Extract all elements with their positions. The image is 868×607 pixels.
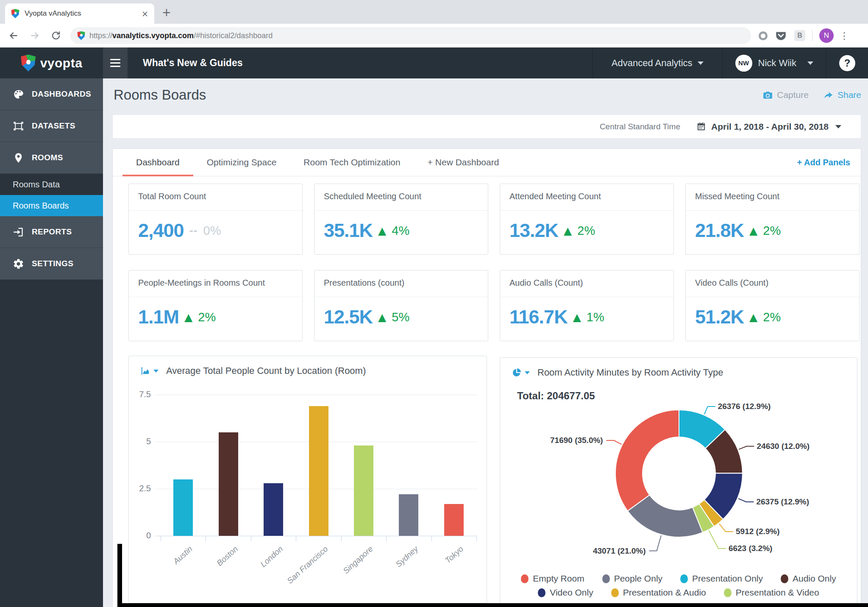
legend-label: Video Only — [550, 588, 593, 598]
x-category-label: Sydney — [394, 544, 420, 569]
bar-london[interactable] — [264, 483, 283, 536]
tab-dashboard[interactable]: Dashboard — [122, 149, 193, 176]
kpi-value-row: 51.2K▲2% — [695, 306, 781, 328]
hamburger-menu-icon[interactable] — [103, 47, 128, 78]
sidebar-item-rooms[interactable]: ROOMS — [0, 142, 103, 174]
y-tick-label: 5 — [129, 437, 151, 446]
sidebar-item-rooms-data[interactable]: Rooms Data — [0, 174, 103, 195]
refresh-icon[interactable] — [48, 28, 64, 43]
up-triangle-icon: ▲ — [564, 225, 572, 237]
browser-profile-avatar[interactable]: N — [819, 28, 834, 43]
bar-sydney[interactable] — [399, 494, 418, 536]
legend-item-people-only[interactable]: People Only — [602, 574, 662, 584]
x-axis-tick — [296, 536, 296, 541]
gridline-0 — [155, 536, 477, 536]
donut-chart-card[interactable]: Room Activity Minutes by Room Activity T… — [500, 357, 857, 606]
vyopta-logo[interactable]: vyopta — [0, 47, 103, 78]
legend-dot-icon — [724, 588, 732, 597]
donut-slice-empty-room[interactable] — [615, 410, 679, 511]
capture-button[interactable]: Capture — [762, 90, 809, 100]
sidebar-item-reports[interactable]: REPORTS — [0, 216, 103, 248]
x-axis-tick — [341, 536, 342, 541]
kpi-title: Presentations (count) — [314, 270, 488, 288]
up-triangle-icon: ▲ — [184, 311, 192, 323]
nav-title[interactable]: What's New & Guides — [143, 57, 593, 69]
calendar-icon — [696, 122, 706, 131]
legend-label: Presentation & Audio — [623, 588, 706, 598]
kpi-change: 4% — [392, 224, 409, 238]
date-range-picker[interactable]: April 1, 2018 - April 30, 2018 — [696, 122, 841, 132]
brand-name: vyopta — [40, 56, 83, 70]
kpi-value-row: 21.8K▲2% — [695, 220, 781, 242]
sidebar-item-settings[interactable]: SETTINGS — [0, 248, 103, 280]
tab-optimizing-space[interactable]: Optimizing Space — [193, 149, 290, 176]
kpi-change: 0% — [203, 224, 221, 238]
sidebar-item-rooms-boards[interactable]: Rooms Boards — [0, 195, 103, 216]
forward-icon[interactable] — [27, 28, 42, 43]
donut-label-presentation-video: 6623 (3.2%) — [729, 544, 773, 553]
x-axis-tick — [206, 536, 206, 541]
donut-label-people-only: 43071 (21.0%) — [593, 546, 646, 556]
tab-new-dashboard[interactable]: + New Dashboard — [414, 149, 513, 176]
close-icon[interactable]: × — [142, 9, 148, 18]
bar-boston[interactable] — [219, 432, 238, 536]
x-axis-tick — [386, 536, 387, 541]
sidebar-menu: DASHBOARDSDATASETSROOMSRooms DataRooms B… — [0, 78, 103, 280]
kpi-card-video-calls-count[interactable]: Video Calls (Count)51.2K▲2% — [685, 270, 860, 341]
donut-label-audio-only: 24630 (12.0%) — [757, 442, 810, 451]
bar-plot-area: 02.557.5AustinBostonLondonSan FranciscoS… — [129, 356, 487, 603]
product-menu[interactable]: Advanced Analytics — [593, 47, 722, 78]
legend-row: Video OnlyPresentation & AudioPresentati… — [500, 588, 857, 598]
sidebar-item-dashboards[interactable]: DASHBOARDS — [0, 78, 103, 110]
kpi-card-attended-meeting-count[interactable]: Attended Meeting Count13.2K▲2% — [500, 184, 674, 255]
kpi-card-people-meetings-in-rooms-count[interactable]: People-Meetings in Rooms Count1.1M▲2% — [128, 270, 303, 341]
url-text: https://vanalytics.vyopta.com/#historica… — [89, 31, 273, 40]
x-axis-tick — [251, 536, 251, 541]
address-bar[interactable]: https://vanalytics.vyopta.com/#historica… — [70, 27, 751, 44]
vyopta-shield-icon — [21, 55, 36, 72]
bar-san-francisco[interactable] — [309, 406, 328, 536]
legend-item-audio-only[interactable]: Audio Only — [781, 574, 836, 584]
bar-tokyo[interactable] — [444, 504, 464, 536]
legend-item-presentation-audio[interactable]: Presentation & Audio — [611, 588, 706, 598]
kpi-card-scheduled-meeting-count[interactable]: Scheduled Meeting Count35.1K▲4% — [314, 184, 488, 255]
bar-chart-card[interactable]: Average Total People Count by Location (… — [128, 356, 487, 603]
legend-item-presentation-only[interactable]: Presentation Only — [680, 574, 763, 584]
caret-down-icon — [835, 125, 841, 128]
sidebar-item-datasets[interactable]: DATASETS — [0, 110, 103, 142]
new-tab-button[interactable]: + — [162, 6, 171, 19]
legend-item-empty-room[interactable]: Empty Room — [521, 574, 584, 584]
legend-item-presentation-video[interactable]: Presentation & Video — [724, 588, 819, 598]
browser-menu-icon[interactable]: ⋮ — [840, 31, 849, 41]
bar-austin[interactable] — [173, 479, 193, 536]
extension-b-icon[interactable]: B — [794, 30, 805, 41]
kpi-card-missed-meeting-count[interactable]: Missed Meeting Count21.8K▲2% — [685, 184, 860, 255]
pocket-icon[interactable] — [775, 30, 787, 42]
legend-item-video-only[interactable]: Video Only — [538, 588, 593, 598]
x-axis-tick — [161, 536, 161, 541]
extension-circle-icon[interactable] — [759, 31, 768, 40]
donut-label-presentation-audio: 5912 (2.9%) — [736, 527, 780, 536]
add-panels-button[interactable]: + Add Panels — [797, 149, 850, 176]
kpi-card-presentations-count[interactable]: Presentations (count)12.5K▲5% — [314, 270, 488, 341]
tab-room-tech-optimization[interactable]: Room Tech Optimization — [290, 149, 414, 176]
kpi-card-audio-calls-count[interactable]: Audio Calls (Count)116.7K▲1% — [500, 270, 674, 341]
kpi-title: Scheduled Meeting Count — [314, 184, 488, 201]
x-category-label: San Francisco — [285, 544, 330, 586]
x-category-label: Boston — [215, 544, 240, 568]
kpi-grid: Total Room Count2,400--0%Scheduled Meeti… — [128, 184, 860, 341]
browser-tab[interactable]: Vyopta vAnalytics × — [5, 3, 154, 24]
kpi-card-total-room-count[interactable]: Total Room Count2,400--0% — [128, 184, 303, 255]
user-menu[interactable]: NW Nick Wiik — [723, 47, 826, 78]
back-icon[interactable] — [6, 28, 21, 43]
legend-dot-icon — [680, 574, 688, 583]
x-category-label: London — [259, 544, 285, 569]
help-button[interactable]: ? — [839, 55, 855, 71]
kpi-title: Attended Meeting Count — [500, 184, 673, 201]
kpi-value: 21.8K — [695, 220, 744, 242]
bar-singapore[interactable] — [354, 446, 373, 536]
share-button[interactable]: Share — [823, 90, 861, 100]
kpi-value: 12.5K — [324, 306, 373, 328]
legend-label: Presentation Only — [692, 574, 763, 584]
kpi-value: 35.1K — [324, 220, 373, 242]
